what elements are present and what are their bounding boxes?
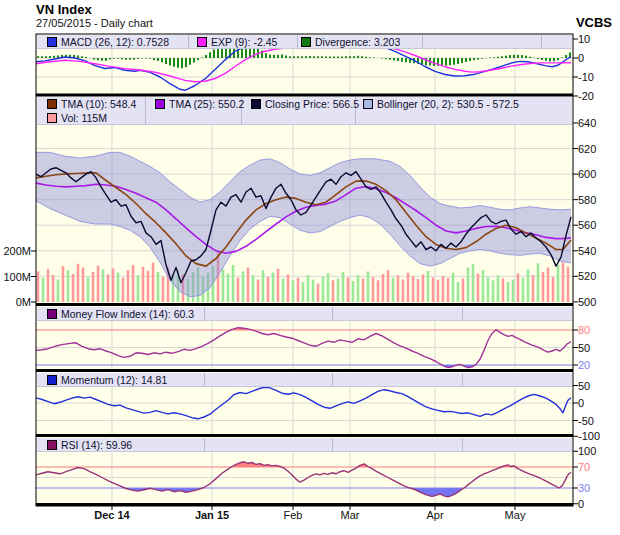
- legend-swatch-icon: [47, 375, 57, 385]
- chart-canvas: [0, 0, 620, 535]
- y-axis-label: 0: [578, 52, 584, 64]
- x-axis-label: Apr: [405, 509, 465, 521]
- y-axis-label: 0: [578, 397, 584, 409]
- legend-label: MACD (26, 12): 0.7528: [61, 36, 169, 48]
- legend-swatch-icon: [47, 440, 57, 450]
- y-axis-label: 640: [578, 117, 596, 129]
- legend-separator: [462, 373, 463, 387]
- legend-bar-main: TMA (10): 548.4TMA (25): 550.2Closing Pr…: [37, 97, 572, 125]
- legend-item: Money Flow Index (14): 60.3: [47, 307, 194, 321]
- legend-item: Vol: 115M: [47, 111, 107, 125]
- legend-item: Divergence: 3.203: [301, 35, 400, 49]
- x-axis-label: Jan 15: [182, 509, 242, 521]
- legend-item: TMA (25): 550.2: [155, 97, 244, 111]
- y-axis-label: 0: [578, 498, 584, 510]
- legend-separator: [541, 35, 542, 49]
- y-axis-label: -100: [578, 430, 600, 442]
- x-axis-label: Feb: [263, 509, 323, 521]
- legend-label: Money Flow Index (14): 60.3: [61, 308, 194, 320]
- legend-item: RSI (14): 59.96: [47, 438, 132, 452]
- legend-bar-macd: MACD (26, 12): 0.7528EXP (9): -2.45Diver…: [37, 35, 572, 49]
- y-axis-label: 540: [578, 245, 596, 257]
- x-axis-label: Mar: [320, 509, 380, 521]
- y-axis-label: 520: [578, 270, 596, 282]
- legend-label: Closing Price: 566.5: [265, 98, 359, 110]
- y-axis-label: 500: [578, 296, 596, 308]
- legend-separator: [422, 35, 423, 49]
- legend-item: Momentum (12): 14.81: [47, 373, 167, 387]
- legend-swatch-icon: [155, 99, 165, 109]
- legend-swatch-icon: [251, 99, 261, 109]
- legend-item: MACD (26, 12): 0.7528: [47, 35, 169, 49]
- legend-separator: [204, 438, 205, 452]
- legend-separator: [297, 35, 298, 49]
- y-axis-label: 580: [578, 194, 596, 206]
- volume-axis-label: 0M: [0, 296, 31, 308]
- legend-swatch-icon: [47, 309, 57, 319]
- legend-item: Bollinger (20, 2): 530.5 - 572.5: [363, 97, 519, 111]
- y-axis-label: -50: [578, 415, 594, 427]
- x-axis-label: May: [485, 509, 545, 521]
- legend-swatch-icon: [47, 99, 57, 109]
- y-axis-label: 10: [578, 33, 590, 45]
- legend-label: TMA (10): 548.4: [61, 98, 136, 110]
- legend-separator: [462, 307, 463, 321]
- legend-item: EXP (9): -2.45: [197, 35, 277, 49]
- y-axis-label: -20: [578, 90, 594, 102]
- legend-swatch-icon: [47, 113, 57, 123]
- legend-label: Bollinger (20, 2): 530.5 - 572.5: [377, 98, 519, 110]
- y-axis-label: 30: [578, 482, 590, 494]
- legend-separator: [204, 373, 205, 387]
- legend-bar-mom: Momentum (12): 14.81: [37, 373, 572, 387]
- legend-swatch-icon: [197, 37, 207, 47]
- legend-item: TMA (10): 548.4: [47, 97, 136, 111]
- y-axis-label: 100: [578, 445, 596, 457]
- y-axis-label: 560: [578, 219, 596, 231]
- y-axis-label: 50: [578, 380, 590, 392]
- legend-bar-mfi: Money Flow Index (14): 60.3: [37, 307, 572, 321]
- legend-separator: [145, 97, 146, 125]
- legend-separator: [204, 307, 205, 321]
- legend-label: Vol: 115M: [61, 112, 107, 124]
- volume-axis-label: 200M: [0, 245, 31, 257]
- volume-axis-label: 100M: [0, 271, 31, 283]
- legend-label: TMA (25): 550.2: [169, 98, 244, 110]
- legend-swatch-icon: [363, 99, 373, 109]
- legend-label: Momentum (12): 14.81: [61, 374, 167, 386]
- y-axis-label: 50: [578, 342, 590, 354]
- y-axis-label: 20: [578, 359, 590, 371]
- y-axis-label: 80: [578, 324, 590, 336]
- legend-separator: [188, 35, 189, 49]
- legend-separator: [462, 438, 463, 452]
- x-axis-label: Dec 14: [82, 509, 142, 521]
- legend-separator: [332, 307, 333, 321]
- y-axis-label: 600: [578, 168, 596, 180]
- y-axis-label: -10: [578, 71, 594, 83]
- legend-label: RSI (14): 59.96: [61, 439, 132, 451]
- y-axis-label: 620: [578, 143, 596, 155]
- legend-item: Closing Price: 566.5: [251, 97, 359, 111]
- legend-swatch-icon: [47, 37, 57, 47]
- legend-label: Divergence: 3.203: [315, 36, 400, 48]
- legend-bar-rsi: RSI (14): 59.96: [37, 438, 572, 452]
- legend-swatch-icon: [301, 37, 311, 47]
- vn-index-chart-window: VN Index 27/05/2015 - Daily chart VCBS 1…: [0, 0, 620, 535]
- y-axis-label: 70: [578, 461, 590, 473]
- legend-label: EXP (9): -2.45: [211, 36, 277, 48]
- legend-separator: [332, 373, 333, 387]
- legend-separator: [332, 438, 333, 452]
